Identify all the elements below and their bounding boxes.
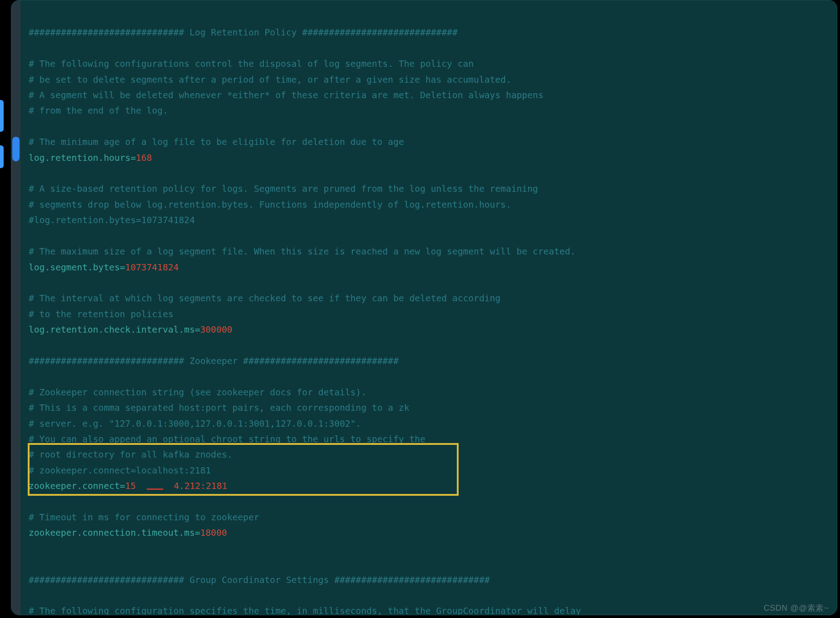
left-blue-accent-2 xyxy=(0,145,4,168)
code-line: ############################# Zookeeper … xyxy=(29,356,399,366)
code-line: zookeeper.connection.timeout.ms=18000 xyxy=(29,528,227,538)
config-value: 18000 xyxy=(200,528,227,538)
code-line: # The minimum age of a log file to be el… xyxy=(29,137,404,147)
left-blue-accent-1 xyxy=(0,100,4,132)
code-line: # root directory for all kafka znodes. xyxy=(29,449,232,460)
code-line: #log.retention.bytes=1073741824 xyxy=(29,215,195,225)
code-line: log.segment.bytes=1073741824 xyxy=(29,262,179,273)
config-value: 300000 xyxy=(200,324,233,335)
code-line: # This is a comma separated host:port pa… xyxy=(29,403,410,413)
code-line: log.retention.hours=168 xyxy=(29,153,152,163)
code-line: # A segment will be deleted whenever *ei… xyxy=(29,90,543,100)
config-key: zookeeper.connection.timeout.ms xyxy=(29,528,195,538)
code-line: # The following configurations control t… xyxy=(29,59,474,69)
config-key: log.retention.hours xyxy=(29,153,130,163)
config-value: 168 xyxy=(136,153,152,163)
code-line: zookeeper.connect=15 4.212:2181 xyxy=(29,481,227,491)
config-key: zookeeper.connect xyxy=(29,481,120,491)
terminal-window: ############################# Log Retent… xyxy=(11,0,837,615)
redacted-ip-icon xyxy=(147,482,163,490)
config-value-partial: 15 xyxy=(125,481,136,491)
code-line: # be set to delete segments after a peri… xyxy=(29,75,511,85)
config-text[interactable]: ############################# Log Retent… xyxy=(29,10,832,615)
config-key: log.retention.check.interval.ms xyxy=(29,324,195,335)
code-line: # The interval at which log segments are… xyxy=(29,293,500,304)
config-key: log.segment.bytes xyxy=(29,262,120,273)
config-value: 1073741824 xyxy=(125,262,179,273)
code-line: # from the end of the log. xyxy=(29,105,168,116)
code-line: # Timeout in ms for connecting to zookee… xyxy=(29,512,259,523)
code-line: # segments drop below log.retention.byte… xyxy=(29,199,511,210)
code-line: # zookeeper.connect=localhost:2181 xyxy=(29,465,211,476)
scrollbar-track[interactable] xyxy=(11,0,20,615)
code-line: ############################# Group Coor… xyxy=(29,575,490,585)
code-line: # Zookeeper connection string (see zooke… xyxy=(29,387,366,398)
code-line: # The maximum size of a log segment file… xyxy=(29,246,575,257)
code-line: ############################# Log Retent… xyxy=(29,27,458,38)
watermark-text: CSDN @@素素~ xyxy=(764,603,829,613)
code-line: # You can also append an optional chroot… xyxy=(29,434,425,444)
code-line: # to the retention policies xyxy=(29,309,174,319)
code-line: # server. e.g. "127.0.0.1:3000,127.0.0.1… xyxy=(29,419,361,429)
code-line: # The following configuration specifies … xyxy=(29,606,586,615)
code-line: log.retention.check.interval.ms=300000 xyxy=(29,324,232,335)
config-value-partial: 4.212:2181 xyxy=(174,481,227,491)
code-line: # A size-based retention policy for logs… xyxy=(29,184,538,194)
scrollbar-thumb[interactable] xyxy=(12,137,20,161)
